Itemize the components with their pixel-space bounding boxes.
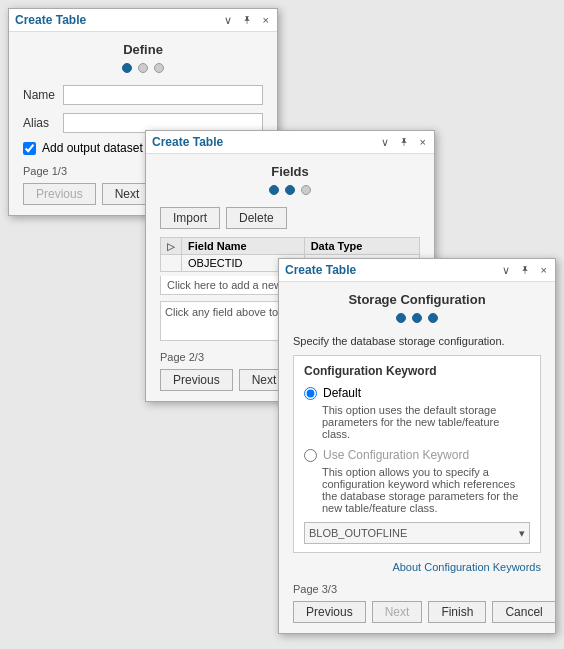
radio-keyword-row: Use Configuration Keyword bbox=[304, 448, 530, 462]
dialog-3-footer: Previous Next Finish Cancel bbox=[293, 601, 541, 623]
dialog-define-title: Create Table bbox=[15, 13, 86, 27]
minimize-icon-2[interactable]: ∨ bbox=[379, 136, 391, 149]
storage-previous-button[interactable]: Previous bbox=[293, 601, 366, 623]
about-config-link[interactable]: About Configuration Keywords bbox=[293, 561, 541, 573]
close-icon[interactable]: × bbox=[261, 14, 271, 26]
name-input[interactable] bbox=[63, 85, 263, 105]
radio-keyword-label: Use Configuration Keyword bbox=[323, 448, 469, 462]
titlebar-fields: Create Table ∨ 🖈 × bbox=[146, 131, 434, 154]
radio-default-desc: This option uses the default storage par… bbox=[322, 404, 530, 440]
config-section: Configuration Keyword Default This optio… bbox=[293, 355, 541, 553]
titlebar-controls-storage: ∨ 🖈 × bbox=[500, 264, 549, 277]
radio-default[interactable] bbox=[304, 387, 317, 400]
fields-previous-button[interactable]: Previous bbox=[160, 369, 233, 391]
storage-header: Storage Configuration bbox=[293, 292, 541, 307]
page-3-indicator: Page 3/3 bbox=[293, 583, 541, 595]
storage-next-button[interactable]: Next bbox=[372, 601, 423, 623]
fields-table-header-row: ▷ Field Name Data Type bbox=[161, 238, 420, 255]
keyword-dropdown-value: BLOB_OUTOFLINE bbox=[309, 527, 407, 539]
dialog-storage: Create Table ∨ 🖈 × Storage Configuration… bbox=[278, 258, 556, 634]
close-icon-3[interactable]: × bbox=[539, 264, 549, 276]
dialog-fields-title: Create Table bbox=[152, 135, 223, 149]
fields-steps bbox=[160, 185, 420, 195]
name-label: Name bbox=[23, 88, 63, 102]
step-dot-2 bbox=[138, 63, 148, 73]
triangle-col: ▷ bbox=[161, 238, 182, 255]
fields-step-dot-2 bbox=[285, 185, 295, 195]
define-steps bbox=[23, 63, 263, 73]
step-dot-1 bbox=[122, 63, 132, 73]
config-section-title: Configuration Keyword bbox=[304, 364, 530, 378]
titlebar-controls-define: ∨ 🖈 × bbox=[222, 14, 271, 27]
pin-icon-2[interactable]: 🖈 bbox=[397, 136, 412, 148]
dropdown-arrow-icon: ▾ bbox=[519, 527, 525, 540]
radio-default-row: Default bbox=[304, 386, 530, 400]
storage-finish-button[interactable]: Finish bbox=[428, 601, 486, 623]
import-button[interactable]: Import bbox=[160, 207, 220, 229]
storage-step-dot-3 bbox=[428, 313, 438, 323]
pin-icon-3[interactable]: 🖈 bbox=[518, 264, 533, 276]
pin-icon[interactable]: 🖈 bbox=[240, 14, 255, 26]
define-previous-button[interactable]: Previous bbox=[23, 183, 96, 205]
delete-button[interactable]: Delete bbox=[226, 207, 287, 229]
alias-label: Alias bbox=[23, 116, 63, 130]
fields-step-dot-1 bbox=[269, 185, 279, 195]
close-icon-2[interactable]: × bbox=[418, 136, 428, 148]
step-dot-3 bbox=[154, 63, 164, 73]
data-type-col-header: Data Type bbox=[304, 238, 419, 255]
storage-steps bbox=[293, 313, 541, 323]
titlebar-storage: Create Table ∨ 🖈 × bbox=[279, 259, 555, 282]
keyword-dropdown[interactable]: BLOB_OUTOFLINE ▾ bbox=[304, 522, 530, 544]
minimize-icon-3[interactable]: ∨ bbox=[500, 264, 512, 277]
radio-keyword-desc: This option allows you to specify a conf… bbox=[322, 466, 530, 514]
define-header: Define bbox=[23, 42, 263, 57]
add-output-label: Add output dataset bbox=[42, 141, 143, 155]
dialog-storage-content: Storage Configuration Specify the databa… bbox=[279, 282, 555, 633]
titlebar-controls-fields: ∨ 🖈 × bbox=[379, 136, 428, 149]
add-output-checkbox[interactable] bbox=[23, 142, 36, 155]
storage-step-dot-2 bbox=[412, 313, 422, 323]
storage-cancel-button[interactable]: Cancel bbox=[492, 601, 555, 623]
name-row: Name bbox=[23, 85, 263, 105]
radio-keyword[interactable] bbox=[304, 449, 317, 462]
storage-step-dot-1 bbox=[396, 313, 406, 323]
titlebar-define: Create Table ∨ 🖈 × bbox=[9, 9, 277, 32]
fields-step-dot-3 bbox=[301, 185, 311, 195]
import-delete-row: Import Delete bbox=[160, 207, 420, 229]
dialog-storage-title: Create Table bbox=[285, 263, 356, 277]
minimize-icon[interactable]: ∨ bbox=[222, 14, 234, 27]
radio-default-label: Default bbox=[323, 386, 361, 400]
row-triangle bbox=[161, 255, 182, 272]
specify-text: Specify the database storage configurati… bbox=[293, 335, 541, 347]
fields-header: Fields bbox=[160, 164, 420, 179]
field-name-col-header: Field Name bbox=[182, 238, 305, 255]
